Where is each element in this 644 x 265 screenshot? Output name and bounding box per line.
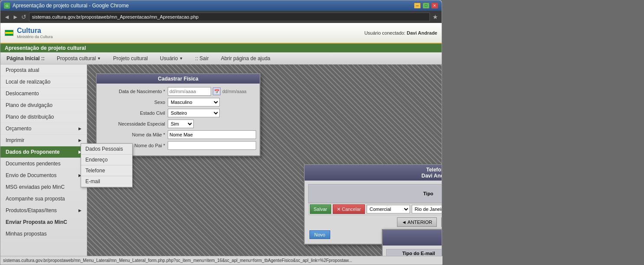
- panel-cadastrar-title: Cadastrar Física: [97, 74, 260, 84]
- status-bar: sistemas.cultura.gov.br/propostaweb/mn_M…: [0, 256, 442, 265]
- select-sexo[interactable]: Masculino Feminino: [168, 98, 220, 107]
- sub-menu-label: Endereço: [85, 157, 107, 163]
- sidebar-label: Plano de divulgação: [6, 102, 52, 108]
- form-row-nascimento: Data de Nascimento * 📅 dd/mm/aaaa: [100, 87, 256, 96]
- nav-item-usuario[interactable]: Usuário ▼: [158, 55, 185, 62]
- select-tipo-tel[interactable]: Comercial: [367, 205, 410, 213]
- nav-projeto-label: Projeto cultural: [113, 55, 148, 61]
- nav-usuario-label: Usuário: [160, 55, 178, 61]
- url-input[interactable]: [29, 13, 430, 21]
- sidebar-label: Proposta atual: [6, 67, 39, 73]
- sidebar-label: Documentos pendentes: [6, 161, 61, 167]
- sub-menu-dados-pessoais[interactable]: Dados Pessoais: [81, 144, 132, 155]
- sidebar-item-dados-proponente[interactable]: Dados do Proponente ▶: [0, 146, 87, 158]
- sidebar-item-minhas-propostas[interactable]: Minhas propostas: [0, 228, 87, 240]
- window-title: Apresentação de projeto cultural - Googl…: [13, 3, 129, 9]
- label-nascimento: Data de Nascimento *: [100, 89, 165, 94]
- sidebar-label: Plano de distribuição: [6, 114, 54, 120]
- flag-icon: [5, 30, 13, 36]
- sub-menu-label: E-mail: [85, 178, 100, 184]
- user-name: Davi Andrade: [407, 30, 437, 36]
- sidebar-item-acompanhe[interactable]: Acompanhe sua proposta: [0, 193, 87, 205]
- btn-novo-telefone[interactable]: Novo: [309, 230, 330, 239]
- page-title: Apresentação de projeto cultural: [5, 45, 86, 51]
- sidebar-item-msg-minc[interactable]: MSG enviadas pelo MinC: [0, 181, 87, 193]
- panel-telefones-title: Telefones Davi Andrade: [305, 165, 442, 181]
- table-header-row: Tipo UF DDD Numero Posso divulgar ?: [309, 184, 442, 203]
- sub-menu-email[interactable]: E-mail: [81, 176, 132, 187]
- btn-salvar-telefone[interactable]: Salvar: [310, 204, 331, 214]
- sidebar-item-documentos[interactable]: Documentos pendentes: [0, 158, 87, 170]
- sidebar-label: Local de realização: [6, 79, 50, 85]
- sidebar-label: Orçamento: [6, 126, 31, 132]
- label-estado-civil: Estado Civil: [100, 110, 165, 116]
- input-nome-pai[interactable]: [168, 141, 256, 150]
- sidebar-item-imprimir[interactable]: Imprimir ▶: [0, 135, 87, 146]
- nav-item-ajuda[interactable]: Abrir página de ajuda: [219, 55, 272, 62]
- nav-item-home[interactable]: Página Inicial ::: [5, 55, 46, 62]
- window-controls[interactable]: ─ □ ✕: [414, 3, 438, 9]
- title-bar: G Apresentação de projeto cultural - Goo…: [0, 0, 442, 11]
- label-necessidade: Necessidade Especial: [100, 121, 165, 126]
- sub-menu-endereco[interactable]: Endereço: [81, 155, 132, 165]
- panel-email-title-text: Cadastrar E-mails: [384, 232, 442, 238]
- logo-text-block: Cultura Ministério da Cultura: [17, 27, 53, 39]
- forward-icon[interactable]: ►: [13, 13, 19, 20]
- sub-menu-telefone[interactable]: Telefone: [81, 165, 132, 176]
- sidebar-item-proposta-atual[interactable]: Proposta atual: [0, 65, 87, 76]
- sidebar-item-distribuicao[interactable]: Plano de distribuição: [0, 111, 87, 123]
- panel-email-subtitle: Davi Andrade: [384, 238, 442, 244]
- minimize-button[interactable]: ─: [414, 3, 421, 9]
- nav-proposta-label: Proposta cultural: [57, 55, 96, 61]
- sidebar-item-enviar-proposta[interactable]: Enviar Proposta ao MinC: [0, 217, 87, 228]
- nav-bar: Página Inicial :: Proposta cultural ▼ Pr…: [0, 52, 442, 65]
- page-header: Cultura Ministério da Cultura Usuário co…: [0, 23, 442, 44]
- date-input-container: 📅 dd/mm/aaaa: [168, 87, 247, 96]
- cancel-label: Cancelar: [342, 207, 361, 212]
- sub-header: Apresentação de projeto cultural: [0, 44, 442, 52]
- telefones-table: Tipo UF DDD Numero Posso divulgar ? Salv…: [308, 184, 442, 215]
- btn-cancelar-telefone[interactable]: ✕ Cancelar: [333, 204, 365, 214]
- date-picker-icon[interactable]: 📅: [213, 87, 221, 95]
- title-bar-left: G Apresentação de projeto cultural - Goo…: [4, 3, 129, 9]
- nav-item-projeto-cultural[interactable]: Projeto cultural: [111, 55, 150, 62]
- sidebar-item-orcamento[interactable]: Orçamento ▶: [0, 123, 87, 135]
- nav-item-sair[interactable]: :: Sair: [193, 55, 210, 62]
- nav-item-proposta-cultural[interactable]: Proposta cultural ▼: [55, 55, 103, 62]
- sidebar-arrow: ▶: [78, 138, 81, 142]
- maximize-button[interactable]: □: [423, 3, 429, 9]
- select-estado-civil[interactable]: Solteiro Casado: [168, 109, 220, 117]
- nav-usuario-arrow: ▼: [179, 56, 183, 61]
- sidebar-item-produtos[interactable]: Produtos/Etapas/Itens ▶: [0, 205, 87, 217]
- user-label: Usuário conectado:: [364, 30, 406, 36]
- sidebar-item-divulgacao[interactable]: Plano de divulgação: [0, 100, 87, 111]
- sidebar: Proposta atual Local de realização Deslo…: [0, 65, 87, 256]
- sub-menu-popup: Dados Pessoais Endereço Telefone E-mail: [81, 143, 133, 187]
- select-uf-tel[interactable]: Rio de Janeiro: [412, 205, 442, 213]
- browser-icon: G: [4, 3, 10, 9]
- table-row: Salvar ✕ Cancelar Comercial: [309, 203, 442, 216]
- btn-anterior-telefone[interactable]: ◄ ANTERIOR: [397, 217, 437, 227]
- sidebar-item-local[interactable]: Local de realização: [0, 76, 87, 88]
- date-format-hint: dd/mm/aaaa: [222, 89, 247, 94]
- reload-icon[interactable]: ↺: [21, 13, 26, 20]
- sidebar-label: Envio de Documentos: [6, 172, 56, 178]
- select-necessidade[interactable]: Sim Não: [168, 120, 194, 128]
- bookmark-icon[interactable]: ★: [433, 13, 438, 20]
- sidebar-item-envio-docs[interactable]: Envio de Documentos ▶: [0, 170, 87, 181]
- sub-menu-label: Dados Pessoais: [85, 146, 123, 152]
- td-btn-actions: Salvar ✕ Cancelar Comercial: [309, 203, 442, 215]
- input-nome-mae[interactable]: [168, 130, 256, 139]
- panel-email-title: Cadastrar E-mails Davi Andrade: [383, 230, 442, 246]
- th-tipo: Tipo: [309, 184, 442, 203]
- btn-proximo-telefone[interactable]: ► PRÓXIMO: [441, 217, 442, 227]
- sidebar-label: Enviar Proposta ao MinC: [6, 219, 67, 225]
- back-icon[interactable]: ◄: [4, 13, 10, 20]
- input-nascimento[interactable]: [168, 87, 211, 96]
- sidebar-item-deslocamento[interactable]: Deslocamento: [0, 88, 87, 100]
- close-button[interactable]: ✕: [431, 3, 438, 9]
- panel-telefones-title-text: Telefones: [306, 167, 442, 173]
- th-tipo-email: Tipo do E-mail: [387, 249, 442, 256]
- label-sexo: Sexo: [100, 100, 165, 105]
- email-table: Tipo do E-mail E-mail Para correspondênc…: [386, 249, 442, 256]
